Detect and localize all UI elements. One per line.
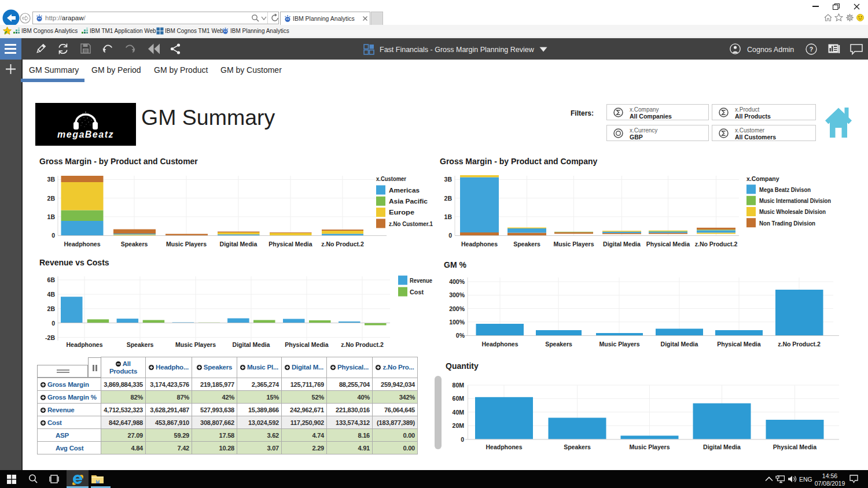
svg-text:0: 0 [448,232,452,239]
svg-text:Headphones: Headphones [66,341,102,348]
svg-text:Speakers: Speakers [121,241,148,247]
svg-text:Headphones: Headphones [481,341,518,347]
svg-text:Speakers: Speakers [564,443,591,450]
svg-text:Headphones: Headphones [486,443,522,450]
svg-text:Digital Media: Digital Media [233,341,270,348]
svg-text:400%: 400% [449,278,465,285]
svg-text:Headphones: Headphones [461,241,498,247]
svg-text:Digital Media: Digital Media [603,241,641,247]
svg-text:z.No Product.2: z.No Product.2 [695,241,738,247]
svg-text:Music Players: Music Players [553,241,594,247]
svg-text:z.No Customer.1: z.No Customer.1 [389,220,433,227]
svg-text:4B: 4B [47,291,56,298]
svg-text:40M: 40M [453,409,465,416]
svg-text:Europe: Europe [389,209,414,216]
svg-text:x.Customer: x.Customer [376,175,406,182]
svg-text:0: 0 [52,320,55,327]
svg-text:Music Wholesale Division: Music Wholesale Division [759,208,826,215]
svg-text:80M: 80M [453,382,465,389]
svg-text:?: ? [810,46,813,53]
svg-text:-2B: -2B [45,334,55,341]
svg-text:0: 0 [52,232,55,239]
svg-text:Digital Media: Digital Media [661,341,698,347]
svg-text:Physical Media: Physical Media [269,241,312,247]
svg-text:1B: 1B [444,213,453,220]
svg-text:Speakers: Speakers [127,341,154,348]
svg-text:Digital Media: Digital Media [220,241,258,247]
svg-text:Digital Media: Digital Media [703,443,741,450]
svg-text:z.No Product.2: z.No Product.2 [341,341,384,348]
svg-text:Speakers: Speakers [545,341,572,347]
svg-text:0%: 0% [456,332,465,339]
svg-text:Mega Beatz Divison: Mega Beatz Divison [759,186,811,193]
svg-text:0: 0 [461,436,464,443]
svg-text:100%: 100% [449,319,465,326]
svg-text:Americas: Americas [389,187,420,194]
svg-text:Music Players: Music Players [175,341,216,348]
svg-text:Non Trading Division: Non Trading Division [759,220,815,227]
svg-text:Headphones: Headphones [64,241,100,247]
svg-text:Cost: Cost [410,289,424,295]
svg-text:200%: 200% [449,305,465,312]
svg-text:1B: 1B [47,213,56,220]
svg-text:Music Players: Music Players [599,341,639,347]
svg-text:Music Players: Music Players [629,443,670,450]
svg-text:2B: 2B [47,305,56,312]
svg-text:Physical Media: Physical Media [717,341,760,347]
svg-text:Physical Media: Physical Media [646,241,690,247]
svg-text:x.Company: x.Company [746,175,779,182]
svg-text:z.No Product.2: z.No Product.2 [321,241,364,247]
svg-text:20M: 20M [453,422,465,429]
svg-text:3B: 3B [47,176,56,183]
svg-text:z.No Product.2: z.No Product.2 [778,341,821,347]
svg-text:Asia Pacific: Asia Pacific [389,198,428,205]
svg-text:2B: 2B [444,195,453,202]
svg-text:300%: 300% [449,291,465,298]
svg-text:Speakers: Speakers [513,241,540,247]
svg-text:Music Players: Music Players [166,241,207,247]
svg-text:60M: 60M [453,395,465,402]
svg-text:6B: 6B [47,276,56,283]
svg-text:Revenue: Revenue [410,277,432,284]
svg-text:2B: 2B [47,195,56,202]
svg-text:Music International Division: Music International Division [759,197,831,204]
svg-text:Physical Media: Physical Media [285,341,328,348]
svg-text:Physical Media: Physical Media [773,443,816,450]
svg-text:3B: 3B [444,176,453,183]
